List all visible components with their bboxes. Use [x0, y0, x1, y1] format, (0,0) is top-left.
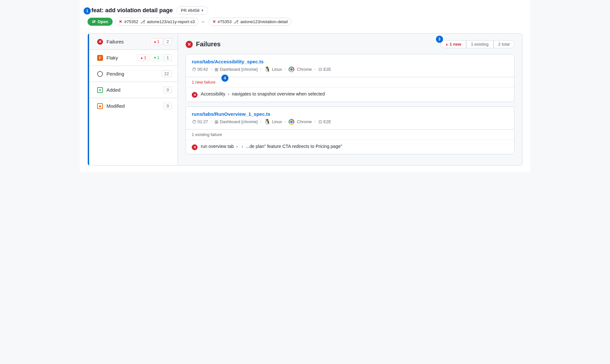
branch-icon-1: ⎇ [140, 19, 145, 24]
page-title: feat: add violation detail page [91, 7, 173, 14]
dot-sep-1a: • [211, 67, 212, 72]
chevron-down-icon: ▼ [201, 9, 204, 12]
linux-icon-1: 🐧 [264, 66, 271, 72]
browser-1: Chrome [297, 67, 312, 72]
dashboard-icon-1: ⊞ [215, 67, 218, 72]
branch1-name: astone123/a11y-report-s3 [147, 19, 195, 24]
right-panel: ✕ Failures 3 ▲ 1 new 1 existing [178, 34, 522, 165]
dot-sep-2c: • [285, 119, 286, 124]
pending-icon [97, 71, 103, 77]
dot-sep-1d: • [314, 67, 316, 72]
sidebar-active-indicator [88, 34, 89, 165]
added-count: 0 [164, 86, 172, 93]
dot-sep-1c: • [285, 67, 286, 72]
type-1: E2E [323, 67, 331, 72]
chrome-icon-2 [289, 119, 294, 125]
badge-4: 4 [221, 75, 228, 82]
chevron-right-2a: › [236, 144, 239, 149]
flaky-up-count: ▲1 [137, 54, 149, 61]
sidebar-item-pending[interactable]: Pending 22 [88, 66, 178, 82]
os-2: Linux [272, 119, 282, 124]
timer-icon-2: ⏱ [192, 119, 196, 124]
test-file-1[interactable]: runs/tabs/Accessibility_spec.ts [192, 59, 508, 64]
os-meta-2: 🐧 Linux [264, 119, 282, 125]
failure-label-text-1: 1 new failure [192, 80, 216, 85]
stat-total-label: 2 total [498, 42, 510, 47]
dot-sep-1b: • [260, 67, 262, 72]
browser-meta-1: Chrome [289, 67, 312, 72]
timer-meta-1: ⏱ 00:42 [192, 67, 208, 72]
type-meta-2: ⊡ E2E [319, 119, 331, 124]
dashboard-meta-1: ⊞ Dashboard [chrome] [215, 67, 258, 72]
pr2-branch-item[interactable]: ✕ #75353 ⎇ astone123/violation-detail [209, 18, 291, 26]
stat-existing-label: 1 existing [471, 42, 489, 47]
dashboard-icon-2: ⊞ [215, 119, 218, 124]
flaky-total-count: 1 [164, 54, 172, 61]
failure-label-1: 1 new failure 4 [186, 77, 514, 87]
test-card-2: runs/tabs/RunOverview_1_spec.ts ⏱ 01:27 … [186, 106, 514, 154]
added-icon: + [97, 87, 103, 93]
failure-test-name-1: navigates to snapshot overview when sele… [232, 91, 325, 96]
pr1-num: #75352 [124, 19, 138, 24]
sidebar-item-failures[interactable]: ✕ Failures ▲1 2 [88, 34, 178, 50]
sidebar-item-modified[interactable]: ■ Modified 0 [88, 98, 178, 114]
arrow-up-icon: ▲ [445, 42, 448, 46]
failures-label: Failures [106, 39, 124, 44]
close-icon-1: ✕ [119, 19, 122, 24]
type-meta-1: ⊡ E2E [319, 67, 331, 72]
status-open-badge: ⇄ Open [88, 18, 113, 26]
failure-x-icon-2: ✕ [192, 144, 198, 150]
pr2-num: #75353 [218, 19, 232, 24]
stat-existing-button[interactable]: 1 existing [466, 40, 494, 48]
dashboard-meta-2: ⊞ Dashboard [chrome] [215, 119, 258, 124]
sidebar-item-flaky[interactable]: F Flaky ▲1 ▼1 1 [88, 50, 178, 66]
stat-new-label: 1 new [450, 42, 461, 47]
dot-sep-2d: • [314, 119, 316, 124]
dot-sep-2a: • [211, 119, 212, 124]
branch2-name: astone123/violation-detail [240, 19, 288, 24]
os-meta-1: 🐧 Linux [264, 66, 282, 72]
branch-icon-2: ⎇ [234, 19, 238, 24]
chrome-icon-1 [289, 67, 294, 72]
pending-label: Pending [106, 71, 124, 77]
failure-icon: ✕ [97, 39, 103, 45]
failure-test-name-2: ...de plan" feature CTA redirects to Pri… [246, 144, 342, 149]
stat-new-button[interactable]: ▲ 1 new [440, 40, 466, 48]
failure-x-icon-1: ✕ [192, 92, 198, 98]
added-label: Added [106, 87, 120, 93]
arrow-separator: ← [201, 19, 206, 25]
flaky-down-count: ▼1 [151, 54, 162, 61]
pr-badge-button[interactable]: PR #6458 ▼ [177, 6, 208, 14]
modified-count: 0 [164, 103, 172, 109]
timer-meta-2: ⏱ 01:27 [192, 119, 208, 124]
failure-path-2: run overview tab [201, 144, 234, 149]
failures-new-count: ▲1 [151, 38, 162, 45]
chevron-right-1: › [228, 91, 231, 96]
browser-meta-2: Chrome [289, 119, 312, 125]
panel-failure-icon: ✕ [186, 41, 193, 48]
failure-label-text-2: 1 existing failure [192, 132, 222, 137]
e2e-icon-2: ⊡ [319, 119, 322, 124]
panel-title-text: Failures [196, 41, 221, 48]
e2e-icon-1: ⊡ [319, 67, 322, 72]
failures-total-count: 2 [164, 38, 172, 45]
dashboard-2: Dashboard [chrome] [220, 119, 258, 124]
flaky-label: Flaky [106, 55, 118, 60]
pr-label: PR #6458 [181, 8, 199, 13]
dot-sep-2b: • [260, 119, 262, 124]
failure-text-2: run overview tab › › ...de plan" feature… [201, 144, 342, 149]
test-card-1: runs/tabs/Accessibility_spec.ts ⏱ 00:42 … [186, 54, 514, 102]
stat-total-button[interactable]: 2 total [494, 40, 514, 48]
timer-icon-1: ⏱ [192, 67, 196, 72]
test-failure-row-1[interactable]: ✕ Accessibility › navigates to snapshot … [186, 87, 514, 102]
test-file-2[interactable]: runs/tabs/RunOverview_1_spec.ts [192, 111, 508, 117]
dashboard-1: Dashboard [chrome] [220, 67, 258, 72]
status-label: Open [97, 19, 108, 24]
sidebar-item-added[interactable]: + Added 0 [88, 82, 178, 98]
pr1-branch-item[interactable]: ✕ #75352 ⎇ astone123/a11y-report-s3 [115, 18, 198, 26]
time-1: 00:42 [198, 67, 208, 72]
git-merge-icon: ⇄ [92, 19, 96, 24]
browser-2: Chrome [297, 119, 312, 124]
test-failure-row-2[interactable]: ✕ run overview tab › › ...de plan" featu… [186, 140, 514, 154]
badge-3: 3 [436, 36, 443, 43]
